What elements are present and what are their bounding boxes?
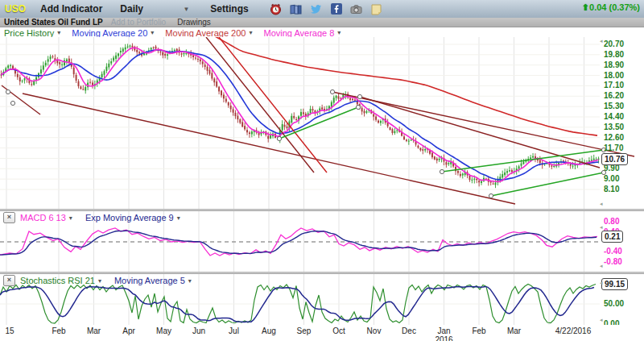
trendline-handle[interactable] <box>277 136 281 140</box>
trendline-handle[interactable] <box>356 105 360 109</box>
twitter-icon[interactable] <box>310 2 323 15</box>
chevron-down-icon: ▾ <box>57 29 60 36</box>
ma8-dropdown[interactable]: Moving Average 8▾ <box>263 28 341 38</box>
price-change: ⬆0.04 (0.37%) <box>582 2 640 13</box>
period-value: Daily <box>120 3 143 15</box>
toolbar-icons <box>270 2 383 15</box>
add-to-portfolio-link[interactable]: Add to Portfolio <box>111 18 166 27</box>
chart-application: USO Add Indicator Daily ▼ Settings <box>0 0 644 341</box>
macd-header: × MACD 6 13▾ Exp Moving Average 9▾ <box>0 212 188 223</box>
fund-name: United States Oil Fund LP <box>4 18 103 27</box>
facebook-icon[interactable] <box>330 2 343 15</box>
chevron-down-icon: ▾ <box>337 29 341 36</box>
chevron-down-icon: ▾ <box>188 277 192 285</box>
stoch-dropdown[interactable]: Stochastics RSI 21▾ <box>20 276 101 285</box>
macd-ema-dropdown[interactable]: Exp Moving Average 9▾ <box>85 213 180 222</box>
price-chart-svg[interactable] <box>0 37 644 209</box>
close-icon[interactable]: × <box>3 275 15 286</box>
drawn-trendline[interactable] <box>219 37 327 173</box>
period-dropdown[interactable]: Daily ▼ <box>120 3 189 15</box>
ma20-dropdown[interactable]: Moving Average 20▾ <box>72 28 154 38</box>
alerts-clock-icon[interactable] <box>270 2 283 15</box>
chevron-down-icon: ▾ <box>98 277 101 285</box>
drawings-menu[interactable]: Drawings <box>177 18 211 27</box>
ma200-dropdown[interactable]: Moving Average 200▾ <box>165 28 252 38</box>
chevron-down-icon: ▼ <box>183 6 189 13</box>
add-indicator-button[interactable]: Add Indicator <box>40 3 102 15</box>
price-chart-panel <box>0 37 644 209</box>
trendline-handle[interactable] <box>10 101 14 105</box>
trendline-handle[interactable] <box>601 148 605 152</box>
close-icon[interactable]: × <box>3 212 15 223</box>
stoch-header: × Stochastics RSI 21▾ Moving Average 5▾ <box>0 275 200 286</box>
time-axis-label: Mar <box>490 326 539 335</box>
time-axis-label: 4/22/2016 <box>549 326 597 335</box>
trendline-handle[interactable] <box>6 89 10 94</box>
note-icon[interactable] <box>370 2 383 15</box>
chevron-down-icon: ▾ <box>249 29 252 36</box>
price-change-text: 0.04 (0.37%) <box>589 2 640 12</box>
settings-button[interactable]: Settings <box>210 3 248 15</box>
chevron-down-icon: ▾ <box>177 214 180 222</box>
trendline-handle[interactable] <box>357 94 361 98</box>
stoch-ma-dropdown[interactable]: Moving Average 5▾ <box>114 276 192 285</box>
time-axis-label: 15 <box>0 326 34 335</box>
up-arrow-icon: ⬆ <box>582 2 589 12</box>
indicator-bar: Price History▾ Moving Average 20▾ Moving… <box>0 28 644 37</box>
price-history-dropdown[interactable]: Price History▾ <box>4 28 60 38</box>
symbol-tab[interactable]: USO <box>5 3 26 15</box>
toolbar: USO Add Indicator Daily ▼ Settings <box>0 0 644 18</box>
chevron-down-icon: ▾ <box>69 214 72 222</box>
trendline-handle[interactable] <box>440 169 444 173</box>
trendline-handle[interactable] <box>601 170 605 174</box>
trendline-handle[interactable] <box>330 89 334 94</box>
subheader: United States Oil Fund LP Add to Portfol… <box>0 18 644 27</box>
layout-panels-icon[interactable] <box>290 2 303 15</box>
chevron-down-icon: ▾ <box>151 29 154 36</box>
time-axis: 15FebMarAprMayJunJulAugSepOctNovDecJan 2… <box>0 325 644 341</box>
camera-icon[interactable] <box>350 2 363 15</box>
drawn-trendline[interactable] <box>360 97 600 168</box>
trendline-handle[interactable] <box>489 193 493 198</box>
drawn-trendline[interactable] <box>206 37 314 173</box>
macd-dropdown[interactable]: MACD 6 13▾ <box>20 213 72 222</box>
